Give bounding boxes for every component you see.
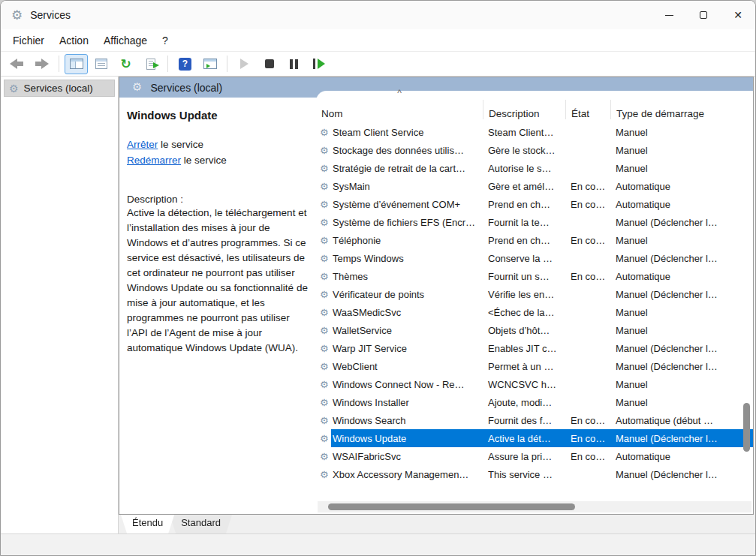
service-row-webclient[interactable]: ⚙WebClientPermet à un …Manuel (Déclenche… <box>316 357 753 375</box>
export-list-button[interactable] <box>139 54 162 74</box>
service-gear-icon: ⚙ <box>316 434 331 443</box>
vertical-scrollbar[interactable] <box>742 123 751 501</box>
column-header-description[interactable]: Description <box>483 100 565 119</box>
pause-service-button[interactable] <box>282 54 306 74</box>
service-gear-icon: ⚙ <box>316 236 331 245</box>
show-action-pane-button[interactable] <box>198 54 221 74</box>
service-row-strat-gie-de-retrait-de-la-cart[interactable]: ⚙Stratégie de retrait de la cart…Autoris… <box>316 159 753 177</box>
stop-service-action: Arrêter le service <box>127 137 309 152</box>
back-arrow-button[interactable] <box>5 54 29 74</box>
cell-startup: Manuel <box>610 163 753 174</box>
service-row-steam-client-service[interactable]: ⚙Steam Client ServiceSteam Client…Manuel <box>316 123 753 141</box>
refresh-button[interactable] <box>114 54 137 74</box>
cell-startup: Automatique (début … <box>610 415 753 426</box>
sidebar-item-services-local[interactable]: ⚙ Services (local) <box>4 80 115 97</box>
service-row-windows-installer[interactable]: ⚙Windows InstallerAjoute, modi…Manuel <box>316 393 753 411</box>
service-details-pane: Windows Update Arrêter le service Redéma… <box>119 98 316 514</box>
menu-fichier[interactable]: Fichier <box>5 32 52 50</box>
service-row-stockage-des-donn-es-utilis[interactable]: ⚙Stockage des données utilis…Gère le sto… <box>316 141 753 159</box>
cell-startup: Manuel <box>610 145 753 156</box>
cell-name: WSAIFabricSvc <box>331 451 483 462</box>
tab-tendu[interactable]: Étendu <box>121 515 174 533</box>
properties-button[interactable] <box>89 54 113 74</box>
service-gear-icon: ⚙ <box>316 308 331 317</box>
cell-name: Temps Windows <box>331 253 483 264</box>
body: ⚙ Services (local) ⚙ Services (local) Wi… <box>1 77 755 533</box>
service-row-cells: Système de fichiers EFS (Encr…Fournit la… <box>331 213 753 231</box>
export-list-icon <box>146 59 155 70</box>
cell-description: Gère le stock… <box>483 145 565 156</box>
service-row-t-l-phonie[interactable]: ⚙TéléphoniePrend en ch…En co…Manuel <box>316 231 753 249</box>
restart-service-link[interactable]: Redémarrer <box>127 155 181 166</box>
console-tree-panel: ⚙ Services (local) <box>1 77 119 533</box>
start-service-button[interactable] <box>233 54 256 74</box>
cell-startup: Manuel (Déclencher l… <box>610 289 753 300</box>
vertical-scrollbar-thumb[interactable] <box>743 403 750 452</box>
close-button[interactable]: ✕ <box>721 1 755 29</box>
cell-startup: Manuel (Déclencher l… <box>610 343 753 354</box>
service-row-syst-me-d-v-nement-com[interactable]: ⚙Système d’événement COM+Prend en ch…En … <box>316 195 753 213</box>
column-header-nom[interactable]: Nom^ <box>316 100 483 119</box>
services-gear-icon: ⚙ <box>9 83 19 94</box>
sidebar-item-label: Services (local) <box>24 83 93 94</box>
cell-description: Enables JIT c… <box>483 343 565 354</box>
service-row-warp-jit-service[interactable]: ⚙Warp JIT ServiceEnables JIT c…Manuel (D… <box>316 339 753 357</box>
horizontal-scrollbar[interactable] <box>318 501 751 512</box>
cell-startup: Manuel <box>610 307 753 318</box>
service-row-walletservice[interactable]: ⚙WalletServiceObjets d’hôt…Manuel <box>316 321 753 339</box>
forward-arrow-button[interactable] <box>30 54 53 74</box>
column-header-tat[interactable]: État <box>565 100 610 119</box>
menu-help[interactable]: ? <box>155 32 176 50</box>
stop-service-button[interactable] <box>258 54 281 74</box>
cell-name: Windows Search <box>331 415 483 426</box>
cell-name: SysMain <box>331 181 483 192</box>
service-gear-icon: ⚙ <box>316 362 331 371</box>
minimize-button[interactable] <box>652 1 686 29</box>
service-row-cells: WSAIFabricSvcAssure la pri…En co…Automat… <box>331 447 753 465</box>
cell-description: Fournit la te… <box>483 217 565 228</box>
service-row-xbox-accessory-managemen[interactable]: ⚙Xbox Accessory Managemen…This service …… <box>316 465 753 483</box>
cell-startup: Manuel <box>610 235 753 246</box>
cell-description: Assure la pri… <box>483 451 565 462</box>
cell-name: Téléphonie <box>331 235 483 246</box>
service-row-windows-connect-now-re[interactable]: ⚙Windows Connect Now - Re…WCNCSVC h…Manu… <box>316 375 753 393</box>
description-label: Description : <box>127 194 309 205</box>
help-icon <box>179 58 191 71</box>
titlebar-left: ⚙ Services <box>1 9 652 22</box>
menu-action[interactable]: Action <box>52 32 96 50</box>
service-actions: Arrêter le service Redémarrer le service <box>127 137 309 168</box>
maximize-button[interactable] <box>686 1 721 29</box>
service-row-temps-windows[interactable]: ⚙Temps WindowsConserve la …Manuel (Décle… <box>316 249 753 267</box>
menu-affichage[interactable]: Affichage <box>96 32 155 50</box>
cell-status: En co… <box>565 451 610 462</box>
service-gear-icon: ⚙ <box>316 146 331 155</box>
service-row-cells: Vérificateur de pointsVérifie les en…Man… <box>331 285 753 303</box>
cell-startup: Manuel (Déclencher l… <box>610 433 753 444</box>
service-row-th-mes[interactable]: ⚙ThèmesFournit un s…En co…Automatique <box>316 267 753 285</box>
service-row-syst-me-de-fichiers-efs-encr[interactable]: ⚙Système de fichiers EFS (Encr…Fournit l… <box>316 213 753 231</box>
back-arrow-icon <box>10 59 24 69</box>
show-console-tree-button[interactable] <box>65 54 88 74</box>
horizontal-scrollbar-thumb[interactable] <box>328 503 575 510</box>
service-gear-icon: ⚙ <box>316 164 331 173</box>
column-header-type-de-d-marrage[interactable]: Type de démarrage <box>610 100 753 119</box>
refresh-icon <box>120 58 131 71</box>
service-row-cells: Système d’événement COM+Prend en ch…En c… <box>331 195 753 213</box>
service-row-wsaifabricsvc[interactable]: ⚙WSAIFabricSvcAssure la pri…En co…Automa… <box>316 447 753 465</box>
service-gear-icon: ⚙ <box>316 254 331 263</box>
titlebar: ⚙ Services ✕ <box>1 1 755 29</box>
service-row-v-rificateur-de-points[interactable]: ⚙Vérificateur de pointsVérifie les en…Ma… <box>316 285 753 303</box>
cell-startup: Automatique <box>610 181 753 192</box>
service-row-sysmain[interactable]: ⚙SysMainGère et amél…En co…Automatique <box>316 177 753 195</box>
stop-service-link[interactable]: Arrêter <box>127 139 158 150</box>
service-row-windows-update[interactable]: ⚙Windows UpdateActive la dét…En co…Manue… <box>316 429 753 447</box>
tab-standard[interactable]: Standard <box>170 515 232 533</box>
service-row-cells: WebClientPermet à un …Manuel (Déclencher… <box>331 357 753 375</box>
cell-description: Fournit un s… <box>483 271 565 282</box>
show-action-pane-icon <box>203 59 217 69</box>
cell-name: Windows Installer <box>331 397 483 408</box>
restart-service-button[interactable] <box>307 54 330 74</box>
help-button[interactable] <box>173 54 197 74</box>
service-row-waasmedicsvc[interactable]: ⚙WaaSMedicSvc<Échec de la…Manuel <box>316 303 753 321</box>
service-row-windows-search[interactable]: ⚙Windows SearchFournit des f…En co…Autom… <box>316 411 753 429</box>
